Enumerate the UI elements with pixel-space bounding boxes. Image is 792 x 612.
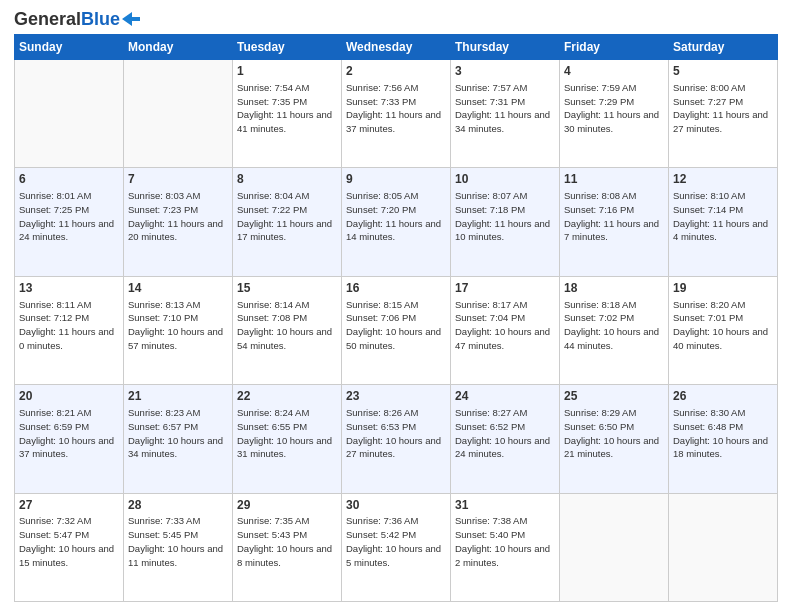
day-info: Sunrise: 8:23 AMSunset: 6:57 PMDaylight:… [128, 406, 228, 461]
day-info: Sunrise: 8:10 AMSunset: 7:14 PMDaylight:… [673, 189, 773, 244]
day-number: 29 [237, 497, 337, 514]
calendar-week-row: 1Sunrise: 7:54 AMSunset: 7:35 PMDaylight… [15, 60, 778, 168]
day-number: 24 [455, 388, 555, 405]
calendar-cell: 30Sunrise: 7:36 AMSunset: 5:42 PMDayligh… [342, 493, 451, 601]
calendar-cell: 13Sunrise: 8:11 AMSunset: 7:12 PMDayligh… [15, 276, 124, 384]
day-number: 31 [455, 497, 555, 514]
day-number: 27 [19, 497, 119, 514]
day-number: 25 [564, 388, 664, 405]
day-number: 4 [564, 63, 664, 80]
calendar-cell: 18Sunrise: 8:18 AMSunset: 7:02 PMDayligh… [560, 276, 669, 384]
calendar-cell: 16Sunrise: 8:15 AMSunset: 7:06 PMDayligh… [342, 276, 451, 384]
day-number: 16 [346, 280, 446, 297]
day-info: Sunrise: 8:00 AMSunset: 7:27 PMDaylight:… [673, 81, 773, 136]
day-number: 23 [346, 388, 446, 405]
calendar-cell: 10Sunrise: 8:07 AMSunset: 7:18 PMDayligh… [451, 168, 560, 276]
calendar-cell: 20Sunrise: 8:21 AMSunset: 6:59 PMDayligh… [15, 385, 124, 493]
calendar-cell: 29Sunrise: 7:35 AMSunset: 5:43 PMDayligh… [233, 493, 342, 601]
day-info: Sunrise: 8:03 AMSunset: 7:23 PMDaylight:… [128, 189, 228, 244]
day-info: Sunrise: 7:33 AMSunset: 5:45 PMDaylight:… [128, 514, 228, 569]
calendar-cell: 15Sunrise: 8:14 AMSunset: 7:08 PMDayligh… [233, 276, 342, 384]
day-number: 8 [237, 171, 337, 188]
calendar-day-header: Friday [560, 35, 669, 60]
day-info: Sunrise: 8:11 AMSunset: 7:12 PMDaylight:… [19, 298, 119, 353]
calendar-cell [15, 60, 124, 168]
day-number: 20 [19, 388, 119, 405]
header: GeneralBlue [14, 10, 778, 28]
logo-general: General [14, 9, 81, 29]
day-number: 12 [673, 171, 773, 188]
calendar-day-header: Sunday [15, 35, 124, 60]
calendar-day-header: Wednesday [342, 35, 451, 60]
day-number: 21 [128, 388, 228, 405]
day-number: 11 [564, 171, 664, 188]
day-info: Sunrise: 8:29 AMSunset: 6:50 PMDaylight:… [564, 406, 664, 461]
calendar-day-header: Saturday [669, 35, 778, 60]
day-info: Sunrise: 8:17 AMSunset: 7:04 PMDaylight:… [455, 298, 555, 353]
calendar-cell: 21Sunrise: 8:23 AMSunset: 6:57 PMDayligh… [124, 385, 233, 493]
calendar-cell: 5Sunrise: 8:00 AMSunset: 7:27 PMDaylight… [669, 60, 778, 168]
calendar-header-row: SundayMondayTuesdayWednesdayThursdayFrid… [15, 35, 778, 60]
day-info: Sunrise: 8:27 AMSunset: 6:52 PMDaylight:… [455, 406, 555, 461]
day-info: Sunrise: 7:32 AMSunset: 5:47 PMDaylight:… [19, 514, 119, 569]
calendar-cell: 7Sunrise: 8:03 AMSunset: 7:23 PMDaylight… [124, 168, 233, 276]
day-info: Sunrise: 8:20 AMSunset: 7:01 PMDaylight:… [673, 298, 773, 353]
calendar-cell: 19Sunrise: 8:20 AMSunset: 7:01 PMDayligh… [669, 276, 778, 384]
day-info: Sunrise: 8:13 AMSunset: 7:10 PMDaylight:… [128, 298, 228, 353]
day-info: Sunrise: 7:59 AMSunset: 7:29 PMDaylight:… [564, 81, 664, 136]
day-info: Sunrise: 8:24 AMSunset: 6:55 PMDaylight:… [237, 406, 337, 461]
calendar-cell: 8Sunrise: 8:04 AMSunset: 7:22 PMDaylight… [233, 168, 342, 276]
calendar-week-row: 27Sunrise: 7:32 AMSunset: 5:47 PMDayligh… [15, 493, 778, 601]
calendar-cell: 14Sunrise: 8:13 AMSunset: 7:10 PMDayligh… [124, 276, 233, 384]
day-info: Sunrise: 8:01 AMSunset: 7:25 PMDaylight:… [19, 189, 119, 244]
day-number: 7 [128, 171, 228, 188]
day-info: Sunrise: 8:15 AMSunset: 7:06 PMDaylight:… [346, 298, 446, 353]
day-number: 6 [19, 171, 119, 188]
calendar-cell: 27Sunrise: 7:32 AMSunset: 5:47 PMDayligh… [15, 493, 124, 601]
day-number: 30 [346, 497, 446, 514]
calendar-cell: 12Sunrise: 8:10 AMSunset: 7:14 PMDayligh… [669, 168, 778, 276]
day-number: 9 [346, 171, 446, 188]
day-info: Sunrise: 8:26 AMSunset: 6:53 PMDaylight:… [346, 406, 446, 461]
day-info: Sunrise: 8:18 AMSunset: 7:02 PMDaylight:… [564, 298, 664, 353]
page: GeneralBlue SundayMondayTuesdayWednesday… [0, 0, 792, 612]
day-number: 19 [673, 280, 773, 297]
calendar-cell: 4Sunrise: 7:59 AMSunset: 7:29 PMDaylight… [560, 60, 669, 168]
day-number: 13 [19, 280, 119, 297]
day-info: Sunrise: 7:38 AMSunset: 5:40 PMDaylight:… [455, 514, 555, 569]
day-number: 14 [128, 280, 228, 297]
logo-text: GeneralBlue [14, 10, 120, 28]
day-info: Sunrise: 7:35 AMSunset: 5:43 PMDaylight:… [237, 514, 337, 569]
day-info: Sunrise: 8:08 AMSunset: 7:16 PMDaylight:… [564, 189, 664, 244]
calendar-cell: 1Sunrise: 7:54 AMSunset: 7:35 PMDaylight… [233, 60, 342, 168]
calendar-day-header: Tuesday [233, 35, 342, 60]
day-number: 2 [346, 63, 446, 80]
day-number: 10 [455, 171, 555, 188]
day-number: 5 [673, 63, 773, 80]
day-info: Sunrise: 8:21 AMSunset: 6:59 PMDaylight:… [19, 406, 119, 461]
calendar-cell: 25Sunrise: 8:29 AMSunset: 6:50 PMDayligh… [560, 385, 669, 493]
calendar-table: SundayMondayTuesdayWednesdayThursdayFrid… [14, 34, 778, 602]
logo-blue: Blue [81, 9, 120, 29]
logo: GeneralBlue [14, 10, 140, 28]
calendar-cell: 2Sunrise: 7:56 AMSunset: 7:33 PMDaylight… [342, 60, 451, 168]
calendar-week-row: 6Sunrise: 8:01 AMSunset: 7:25 PMDaylight… [15, 168, 778, 276]
calendar-cell: 6Sunrise: 8:01 AMSunset: 7:25 PMDaylight… [15, 168, 124, 276]
calendar-cell: 22Sunrise: 8:24 AMSunset: 6:55 PMDayligh… [233, 385, 342, 493]
day-info: Sunrise: 7:36 AMSunset: 5:42 PMDaylight:… [346, 514, 446, 569]
day-info: Sunrise: 8:07 AMSunset: 7:18 PMDaylight:… [455, 189, 555, 244]
day-info: Sunrise: 8:30 AMSunset: 6:48 PMDaylight:… [673, 406, 773, 461]
day-number: 26 [673, 388, 773, 405]
calendar-cell: 28Sunrise: 7:33 AMSunset: 5:45 PMDayligh… [124, 493, 233, 601]
calendar-cell: 11Sunrise: 8:08 AMSunset: 7:16 PMDayligh… [560, 168, 669, 276]
calendar-cell: 23Sunrise: 8:26 AMSunset: 6:53 PMDayligh… [342, 385, 451, 493]
calendar-cell [124, 60, 233, 168]
calendar-week-row: 13Sunrise: 8:11 AMSunset: 7:12 PMDayligh… [15, 276, 778, 384]
day-info: Sunrise: 7:56 AMSunset: 7:33 PMDaylight:… [346, 81, 446, 136]
calendar-day-header: Monday [124, 35, 233, 60]
day-number: 22 [237, 388, 337, 405]
day-info: Sunrise: 8:14 AMSunset: 7:08 PMDaylight:… [237, 298, 337, 353]
calendar-cell: 31Sunrise: 7:38 AMSunset: 5:40 PMDayligh… [451, 493, 560, 601]
calendar-cell: 26Sunrise: 8:30 AMSunset: 6:48 PMDayligh… [669, 385, 778, 493]
day-number: 18 [564, 280, 664, 297]
